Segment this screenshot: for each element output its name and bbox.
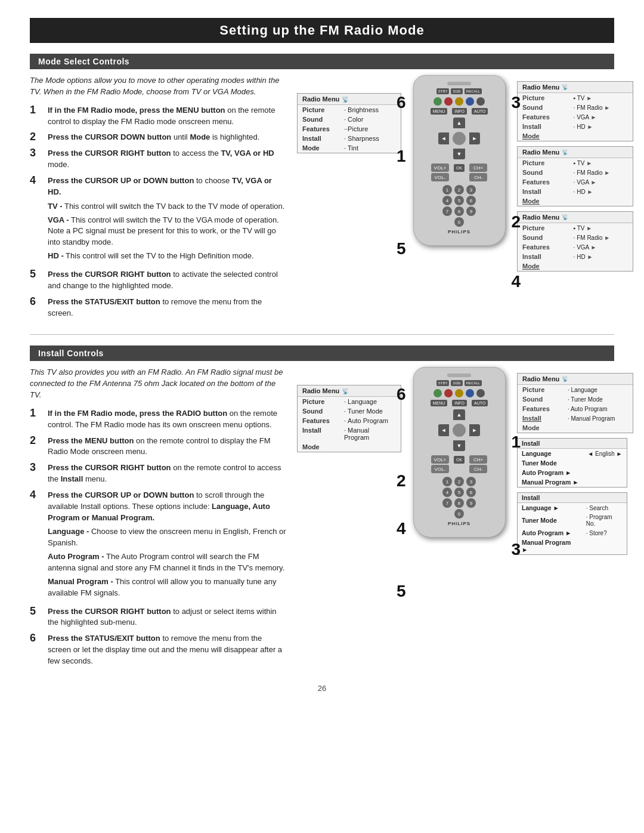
badge-2b: 2	[397, 471, 406, 490]
mode-select-diagram: Radio Menu 📡 Picture·Brightness Sound·Co…	[297, 75, 633, 323]
remote-body: STBY SIZE RECALL	[413, 75, 506, 246]
badge-3: 3	[511, 93, 521, 112]
install-step-6: 6 Press the STATUS/EXIT button to remove…	[30, 633, 286, 667]
nav-pad: ▲ ▼ ◄ ►	[438, 118, 480, 159]
remote-control: 6 3 1 2 5 4 STBY SI	[408, 75, 510, 246]
install-intro: This TV also provides you with an FM Rad…	[30, 367, 286, 401]
install-panels: Radio Menu 📡 Picture· Language Sound· Tu…	[517, 373, 633, 555]
step-1: 1 If in the FM Radio mode, press the MEN…	[30, 105, 286, 128]
step-3: 3 Press the CURSOR RIGHT button to acces…	[30, 148, 286, 171]
page: Setting up the FM Radio Mode Mode Select…	[0, 0, 644, 833]
install-remote-body: STBY SIZE RECALL MENU	[413, 367, 506, 538]
page-title: Setting up the FM Radio Mode	[30, 18, 614, 43]
mode-select-section: Mode Select Controls The Mode options al…	[30, 54, 614, 323]
initial-radio-menu: Radio Menu 📡 Picture·Brightness Sound·Co…	[297, 93, 401, 153]
mode-select-intro: The Mode options allow you to move to ot…	[30, 75, 286, 98]
install-step-5: 5 Press the CURSOR RIGHT button to adjus…	[30, 606, 286, 629]
badge-5b: 5	[397, 582, 406, 601]
badge-6b: 6	[397, 385, 406, 404]
badge-4b: 4	[397, 519, 406, 538]
install-title: Install Controls	[30, 345, 614, 361]
mode-select-left: The Mode options allow you to move to ot…	[30, 75, 286, 323]
step-5: 5 Press the CURSOR RIGHT button to activ…	[30, 269, 286, 292]
install-step-1: 1 If in the FM Radio mode, press the RAD…	[30, 408, 286, 431]
step-6: 6 Press the STATUS/EXIT button to remove…	[30, 297, 286, 319]
badge-2: 2	[511, 212, 521, 232]
install-nav-pad: ▲ ▼ ◄ ►	[438, 409, 480, 451]
install-step-3: 3 Press the CURSOR RIGHT button on the r…	[30, 462, 286, 485]
install-step-4: 4 Press the CURSOR UP or DOWN button to …	[30, 490, 286, 601]
section-divider	[30, 334, 614, 335]
install-content: This TV also provides you with an FM Rad…	[30, 367, 614, 671]
step-4: 4 Press the CURSOR UP or DOWN button to …	[30, 175, 286, 264]
install-remote: 6 1 2 4 3 5 STBY SIZE RECALL	[408, 367, 510, 538]
page-number: 26	[30, 684, 614, 693]
install-section: Install Controls This TV also provides y…	[30, 345, 614, 671]
mode-menu-panels: Radio Menu 📡 Picture▪ TV ► Sound· FM Rad…	[517, 81, 633, 272]
install-left: This TV also provides you with an FM Rad…	[30, 367, 286, 671]
badge-5: 5	[397, 239, 406, 258]
mode-select-title: Mode Select Controls	[30, 54, 614, 69]
badge-1b: 1	[511, 433, 521, 452]
badge-6: 6	[397, 93, 406, 112]
badge-4: 4	[511, 272, 521, 291]
step-2: 2 Press the CURSOR DOWN button until Mod…	[30, 132, 286, 143]
title-text: Setting up the FM Radio Mode	[219, 23, 424, 38]
menu-title: Radio Menu 📡	[298, 94, 401, 105]
mode-select-content: The Mode options allow you to move to ot…	[30, 75, 614, 323]
badge-3b: 3	[511, 540, 521, 559]
install-diagram: Radio Menu 📡 Picture·Language Sound·Tune…	[297, 367, 633, 671]
install-initial-menu: Radio Menu 📡 Picture·Language Sound·Tune…	[297, 385, 401, 452]
install-step-2: 2 Press the MENU button on the remote co…	[30, 436, 286, 458]
badge-1: 1	[397, 147, 406, 166]
